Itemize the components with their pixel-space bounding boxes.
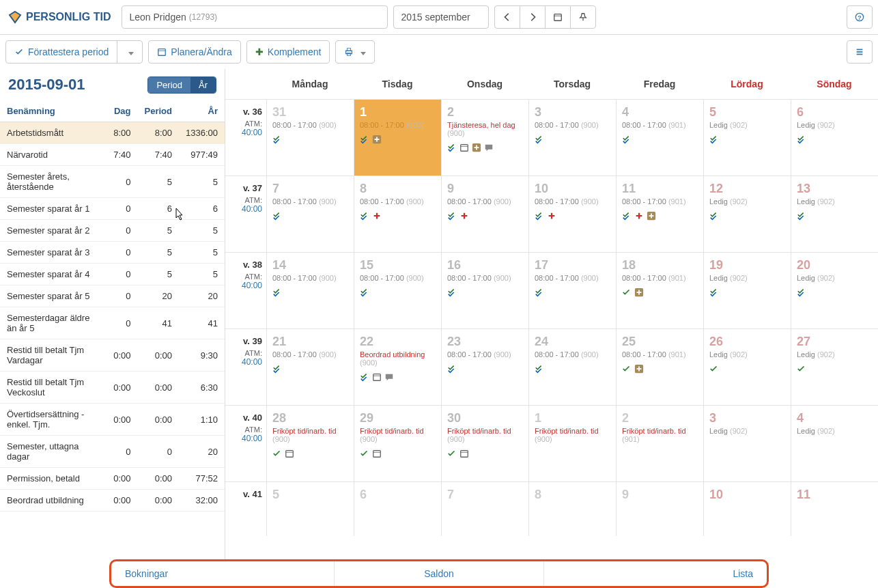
tab-saldon[interactable]: Saldon bbox=[335, 561, 544, 586]
day-cell[interactable]: 108:00 - 17:00 (900) bbox=[354, 100, 441, 176]
attest-dropdown[interactable] bbox=[117, 40, 143, 64]
double-check-icon bbox=[622, 135, 632, 144]
plus-box-icon bbox=[647, 211, 656, 221]
day-cell[interactable]: 308:00 - 17:00 (900) bbox=[528, 100, 616, 176]
day-cell[interactable]: 2108:00 - 17:00 (900) bbox=[266, 329, 354, 405]
table-row[interactable]: Beordrad utbildning0:000:0032:00 bbox=[0, 490, 225, 512]
week-label: v. 38ATM:40:00 bbox=[225, 253, 266, 328]
day-cell[interactable]: 1108:00 - 17:00 (901) bbox=[616, 176, 703, 252]
person-select[interactable]: Leon Pridgen (12793) bbox=[122, 5, 388, 29]
double-check-icon bbox=[447, 288, 457, 297]
period-year-toggle[interactable]: Period År bbox=[147, 76, 216, 94]
day-cell[interactable]: 1Friköpt tid/inarb. tid (900) bbox=[528, 406, 616, 481]
chat-icon bbox=[384, 372, 394, 382]
print-button[interactable] bbox=[335, 40, 375, 64]
next-month-button[interactable] bbox=[520, 5, 546, 29]
check-icon bbox=[360, 449, 369, 458]
table-row[interactable]: Restid till betalt Tjm Vardagar0:000:009… bbox=[0, 339, 225, 372]
double-check-icon bbox=[272, 364, 282, 374]
day-cell[interactable]: 708:00 - 17:00 (900) bbox=[266, 176, 354, 252]
day-cell[interactable]: 13Ledig (902) bbox=[791, 176, 878, 252]
day-cell[interactable]: 28Friköpt tid/inarb. tid (900) bbox=[266, 406, 354, 481]
double-check-icon bbox=[535, 211, 544, 221]
day-cell[interactable]: 20Ledig (902) bbox=[791, 253, 878, 328]
day-cell[interactable]: 1408:00 - 17:00 (900) bbox=[266, 253, 354, 328]
day-cell[interactable]: 6 bbox=[354, 482, 441, 536]
day-cell[interactable]: 29Friköpt tid/inarb. tid (900) bbox=[354, 406, 441, 481]
table-row[interactable]: Semester sparat år 502020 bbox=[0, 285, 225, 307]
month-select[interactable]: 2015 september bbox=[393, 5, 489, 29]
day-cell[interactable]: 7 bbox=[441, 482, 528, 536]
double-check-icon bbox=[535, 364, 544, 374]
table-row[interactable]: Semester sparat år 2055 bbox=[0, 220, 225, 242]
calendar-small-icon bbox=[372, 372, 382, 382]
table-row[interactable]: Semester sparat år 3055 bbox=[0, 242, 225, 264]
check-icon bbox=[797, 364, 806, 374]
double-check-icon bbox=[447, 143, 457, 152]
day-cell[interactable]: 3108:00 - 17:00 (900) bbox=[266, 100, 354, 176]
day-cell[interactable]: 1608:00 - 17:00 (900) bbox=[441, 253, 528, 328]
day-cell[interactable]: 12Ledig (902) bbox=[703, 176, 791, 252]
day-cell[interactable]: 2508:00 - 17:00 (901) bbox=[616, 329, 703, 405]
day-cell[interactable]: 27Ledig (902) bbox=[791, 329, 878, 405]
complement-button[interactable]: ✚ Komplement bbox=[246, 40, 330, 64]
double-check-icon bbox=[797, 135, 806, 144]
toggle-year[interactable]: År bbox=[190, 77, 216, 93]
help-button[interactable]: ? bbox=[847, 5, 873, 29]
table-row[interactable]: Semester årets, återstående055 bbox=[0, 166, 225, 198]
table-row[interactable]: Semesterdagar äldre än år 504141 bbox=[0, 307, 225, 339]
day-cell[interactable]: 5 bbox=[266, 482, 354, 536]
day-cell[interactable]: 30Friköpt tid/inarb. tid (900) bbox=[441, 406, 528, 481]
day-cell[interactable]: 26Ledig (902) bbox=[703, 329, 791, 405]
table-row[interactable]: Semester, uttagna dagar0020 bbox=[0, 436, 225, 468]
day-cell[interactable]: 10 bbox=[703, 482, 791, 536]
prev-month-button[interactable] bbox=[494, 5, 520, 29]
tab-bokningar[interactable]: Bokningar bbox=[111, 561, 335, 586]
day-cell[interactable]: 408:00 - 17:00 (901) bbox=[616, 100, 703, 176]
attest-button[interactable]: Förattestera period bbox=[5, 40, 117, 64]
check-icon bbox=[14, 47, 24, 57]
table-row[interactable]: Arbetstidsmått8:008:001336:00 bbox=[0, 122, 225, 144]
calendar-icon bbox=[157, 47, 167, 57]
double-check-icon bbox=[447, 364, 457, 374]
pin-button[interactable] bbox=[570, 5, 596, 29]
day-cell[interactable]: 2Tjänsteresa, hel dag (900) bbox=[441, 100, 528, 176]
plan-button[interactable]: Planera/Ändra bbox=[148, 40, 241, 64]
calendar-button[interactable] bbox=[545, 5, 571, 29]
svg-rect-14 bbox=[461, 145, 468, 152]
week-label: v. 37ATM:40:00 bbox=[225, 176, 266, 252]
menu-button[interactable] bbox=[847, 40, 873, 64]
tab-lista[interactable]: Lista bbox=[544, 561, 767, 586]
table-row[interactable]: Övertidsersättning - enkel. Tjm.0:000:00… bbox=[0, 404, 225, 436]
day-cell[interactable]: 1708:00 - 17:00 (900) bbox=[528, 253, 616, 328]
day-cell[interactable]: 6Ledig (902) bbox=[791, 100, 878, 176]
plus-red-icon bbox=[459, 211, 469, 221]
double-check-icon bbox=[797, 211, 806, 221]
table-row[interactable]: Semester sparat år 4055 bbox=[0, 264, 225, 285]
day-cell[interactable]: 11 bbox=[791, 482, 878, 536]
day-cell[interactable]: 2408:00 - 17:00 (900) bbox=[528, 329, 616, 405]
table-row[interactable]: Restid till betalt Tjm Veckoslut0:000:00… bbox=[0, 372, 225, 404]
plus-box-icon bbox=[372, 135, 382, 144]
day-cell[interactable]: 5Ledig (902) bbox=[703, 100, 791, 176]
toggle-period[interactable]: Period bbox=[148, 77, 190, 93]
day-cell[interactable]: 1008:00 - 17:00 (900) bbox=[528, 176, 616, 252]
day-cell[interactable]: 19Ledig (902) bbox=[703, 253, 791, 328]
day-cell[interactable]: 808:00 - 17:00 (900) bbox=[354, 176, 441, 252]
table-row[interactable]: Närvarotid7:407:40977:49 bbox=[0, 144, 225, 166]
table-row[interactable]: Permission, betald0:000:0077:52 bbox=[0, 468, 225, 490]
day-cell[interactable]: 8 bbox=[528, 482, 616, 536]
table-row[interactable]: Semester sparat år 1066 bbox=[0, 198, 225, 220]
svg-rect-1 bbox=[554, 14, 562, 21]
day-cell[interactable]: 3Ledig (902) bbox=[703, 406, 791, 481]
app-title: PERSONLIG TID bbox=[26, 11, 111, 23]
day-cell[interactable]: 908:00 - 17:00 (900) bbox=[441, 176, 528, 252]
day-cell[interactable]: 2Friköpt tid/inarb. tid (901) bbox=[616, 406, 703, 481]
day-cell[interactable]: 22Beordrad utbildning (900) bbox=[354, 329, 441, 405]
day-cell[interactable]: 9 bbox=[616, 482, 703, 536]
day-cell[interactable]: 1808:00 - 17:00 (901) bbox=[616, 253, 703, 328]
bottom-tabs: Bokningar Saldon Lista bbox=[109, 559, 769, 588]
day-cell[interactable]: 2308:00 - 17:00 (900) bbox=[441, 329, 528, 405]
day-cell[interactable]: 4Ledig (902) bbox=[791, 406, 878, 481]
day-cell[interactable]: 1508:00 - 17:00 (900) bbox=[354, 253, 441, 328]
